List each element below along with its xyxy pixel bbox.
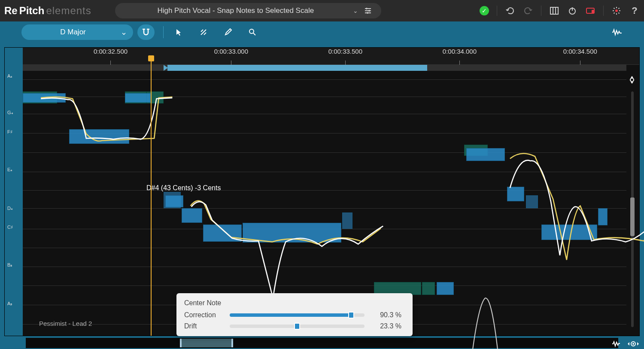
preset-settings-icon[interactable] — [361, 4, 374, 17]
loop-region-bar[interactable] — [23, 65, 626, 71]
popup-row-correction: Correction 90.3 % — [184, 311, 401, 319]
preset-selector[interactable]: High Pitch Vocal - Snap Notes to Selecte… — [115, 3, 381, 18]
note-block[interactable] — [182, 208, 202, 223]
zoom-horizontal-icon[interactable] — [627, 340, 640, 347]
note-label: F♯ — [7, 129, 12, 135]
playhead-flag-icon[interactable] — [148, 55, 154, 61]
note-label-column: A₄ G₄ F♯ E₄ D₄ C♯ B₃ A₃ — [5, 48, 23, 336]
note-label: C♯ — [7, 225, 13, 230]
time-tick-label: 0:00:34.000 — [443, 48, 477, 55]
preset-name: High Pitch Vocal - Snap Notes to Selecte… — [122, 6, 349, 15]
draw-tool-icon[interactable] — [221, 25, 235, 39]
view-columns-icon[interactable] — [549, 6, 559, 16]
note-label: D₄ — [7, 206, 12, 211]
undo-icon[interactable] — [505, 6, 515, 16]
svg-rect-9 — [592, 10, 594, 13]
popup-title: Center Note — [184, 299, 401, 307]
note-block[interactable] — [422, 282, 435, 295]
note-block[interactable] — [342, 212, 352, 229]
time-ruler[interactable]: 0:00:32.500 0:00:33.000 0:00:33.500 0:00… — [5, 48, 639, 65]
note-block[interactable] — [23, 93, 66, 103]
note-label: E₄ — [7, 167, 12, 173]
svg-point-0 — [366, 8, 368, 9]
popup-value: 90.3 % — [371, 311, 401, 319]
zoom-tool-icon[interactable] — [246, 25, 259, 39]
time-tick-label: 0:00:33.500 — [328, 48, 362, 55]
header-bar: RePitch elements High Pitch Vocal - Snap… — [0, 0, 644, 21]
note-block[interactable] — [125, 93, 151, 103]
divider — [497, 6, 497, 16]
waveform-mini-icon[interactable] — [611, 340, 621, 347]
note-block[interactable] — [243, 223, 341, 243]
header-right: ✓ ? — [480, 6, 640, 16]
note-label: G₄ — [7, 110, 13, 115]
main-area: D Major 0:00:32.500 0:00:33.000 0:00:33.… — [0, 21, 644, 349]
power-icon[interactable] — [567, 6, 577, 16]
svg-point-10 — [615, 9, 618, 12]
logo-pitch: Pitch — [19, 5, 45, 17]
drift-slider[interactable] — [230, 325, 365, 328]
popup-label: Drift — [184, 322, 223, 330]
settings-gear-icon[interactable] — [611, 6, 622, 16]
logo-re: Re — [4, 5, 18, 17]
divider — [163, 26, 164, 38]
vertical-scrollbar[interactable] — [631, 91, 634, 327]
svg-rect-3 — [550, 7, 558, 14]
track-name-label: Pessimist - Lead 2 — [39, 320, 92, 327]
help-icon[interactable]: ? — [629, 6, 640, 16]
chevron-down-icon: ⌄ — [353, 7, 358, 14]
redo-icon[interactable] — [523, 6, 533, 16]
bottom-right-controls — [611, 340, 640, 347]
divider — [541, 6, 541, 16]
zoom-vertical-icon[interactable] — [628, 75, 637, 84]
time-tick-label: 0:00:34.500 — [563, 48, 597, 55]
svg-point-1 — [368, 10, 370, 12]
svg-point-13 — [630, 78, 634, 82]
app-logo: RePitch elements — [4, 5, 91, 17]
status-ok-icon[interactable]: ✓ — [480, 6, 489, 15]
correction-slider[interactable] — [230, 313, 365, 317]
svg-line-12 — [253, 33, 255, 35]
time-tick-label: 0:00:32.500 — [94, 48, 128, 55]
popup-value: 23.3 % — [371, 322, 401, 330]
split-tool-icon[interactable] — [197, 25, 210, 39]
minimap-viewport[interactable] — [180, 339, 233, 347]
logo-elements: elements — [46, 5, 91, 17]
note-block[interactable] — [541, 225, 597, 240]
note-info-label: D#4 (43 Cents) -3 Cents — [146, 184, 221, 192]
svg-point-2 — [367, 12, 368, 14]
note-label: A₃ — [7, 301, 12, 307]
minimap[interactable] — [26, 338, 618, 348]
popup-row-drift: Drift 23.3 % — [184, 322, 401, 330]
note-block[interactable] — [526, 195, 538, 208]
pitch-editor[interactable]: 0:00:32.500 0:00:33.000 0:00:33.500 0:00… — [4, 47, 640, 336]
right-zoom-controls — [627, 75, 638, 331]
key-scale-selector[interactable]: D Major — [21, 24, 133, 40]
lock-icon[interactable] — [585, 6, 595, 16]
note-block[interactable] — [466, 148, 505, 161]
center-note-panel[interactable]: Center Note Correction 90.3 % Drift 23.3… — [176, 293, 413, 336]
key-scale-label: D Major — [60, 28, 86, 36]
arrow-tool-icon[interactable] — [172, 25, 186, 39]
note-block[interactable] — [69, 129, 129, 144]
svg-point-11 — [249, 29, 254, 33]
note-block[interactable] — [507, 187, 524, 201]
playhead[interactable] — [151, 61, 152, 336]
popup-label: Correction — [184, 311, 223, 319]
loop-region[interactable] — [167, 65, 427, 71]
editor-toolbar: D Major — [0, 21, 644, 43]
note-block[interactable] — [598, 208, 608, 225]
note-label: A₄ — [7, 73, 12, 79]
waveform-toggle-icon[interactable] — [611, 28, 623, 36]
divider — [603, 6, 604, 16]
note-block[interactable] — [437, 282, 454, 295]
snap-button[interactable] — [137, 24, 155, 40]
time-tick-label: 0:00:33.000 — [214, 48, 248, 55]
note-block[interactable] — [165, 195, 183, 207]
note-block[interactable] — [203, 225, 242, 242]
note-label: B₃ — [7, 262, 12, 268]
